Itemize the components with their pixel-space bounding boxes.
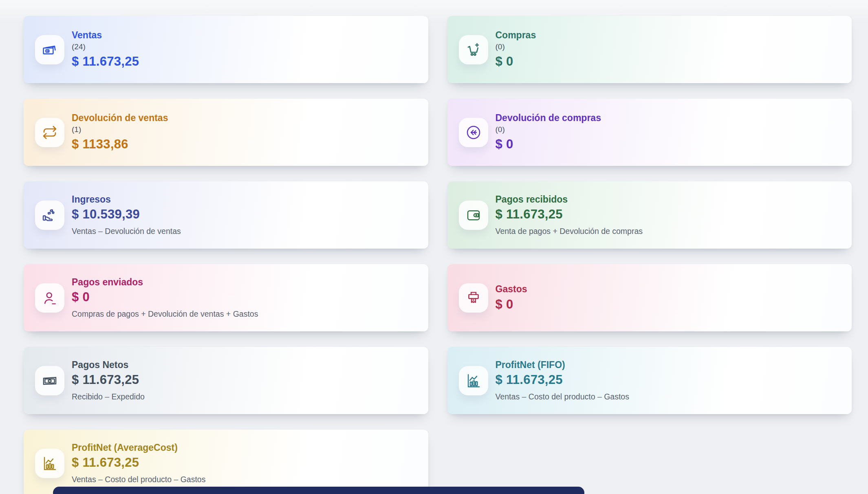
card-title: Ventas bbox=[72, 29, 139, 41]
card-value: $ 0 bbox=[496, 137, 601, 152]
card-content: Compras (0) $ 0 bbox=[496, 29, 536, 70]
card-value: $ 11.673,25 bbox=[496, 372, 629, 388]
card-subtitle: Compras de pagos + Devolución de ventas … bbox=[72, 309, 258, 319]
repeat-arrows-icon bbox=[35, 118, 64, 147]
card-title: Ingresos bbox=[72, 194, 181, 205]
card-title: ProfitNet (AverageCost) bbox=[72, 442, 205, 454]
card-value: $ 11.673,25 bbox=[72, 372, 145, 388]
card-subtitle: Recibido – Expedido bbox=[72, 391, 145, 402]
card-value: $ 10.539,39 bbox=[72, 207, 181, 223]
card-pagos-netos: Pagos Netos $ 11.673,25 Recibido – Exped… bbox=[24, 347, 428, 414]
return-circle-icon bbox=[459, 118, 488, 147]
card-content: Pagos Netos $ 11.673,25 Recibido – Exped… bbox=[72, 359, 145, 402]
hand-coins-icon bbox=[35, 201, 64, 230]
card-value: $ 0 bbox=[72, 289, 258, 305]
card-value: $ 0 bbox=[496, 297, 527, 313]
card-devolucion-compras: Devolución de compras (0) $ 0 bbox=[447, 99, 852, 166]
card-content: Devolución de ventas (1) $ 1133,86 bbox=[72, 112, 168, 152]
card-subtitle: Ventas – Devolución de ventas bbox=[72, 226, 181, 236]
card-count: (1) bbox=[72, 124, 168, 135]
card-profitnet-fifo: ProfitNet (FIFO) $ 11.673,25 Ventas – Co… bbox=[447, 347, 852, 414]
stats-card-grid: $ Ventas (24) $ 11.673,25 Compras (0) $ … bbox=[0, 0, 868, 494]
card-content: Pagos enviados $ 0 Compras de pagos + De… bbox=[72, 276, 258, 320]
banknotes-icon: $ bbox=[35, 35, 64, 64]
card-value: $ 0 bbox=[496, 54, 536, 70]
card-content: Ventas (24) $ 11.673,25 bbox=[72, 29, 139, 70]
chart-bar-icon bbox=[35, 449, 64, 478]
card-ventas: $ Ventas (24) $ 11.673,25 bbox=[24, 16, 428, 83]
wallet-icon bbox=[459, 201, 488, 230]
card-title: Pagos recibidos bbox=[496, 194, 643, 205]
card-title: Devolución de ventas bbox=[72, 112, 168, 124]
card-title: Gastos bbox=[496, 283, 527, 295]
svg-text:$: $ bbox=[46, 49, 48, 53]
card-pagos-recibidos: Pagos recibidos $ 11.673,25 Venta de pag… bbox=[447, 181, 852, 249]
card-profitnet-averagecost: ProfitNet (AverageCost) $ 11.673,25 Vent… bbox=[24, 430, 428, 494]
user-minus-icon bbox=[35, 283, 64, 313]
card-value: $ 11.673,25 bbox=[72, 54, 139, 70]
card-ingresos: Ingresos $ 10.539,39 Ventas – Devolución… bbox=[24, 181, 428, 249]
svg-text:$: $ bbox=[472, 298, 474, 302]
card-value: $ 11.673,25 bbox=[72, 455, 205, 471]
card-content: Devolución de compras (0) $ 0 bbox=[496, 112, 601, 152]
chart-bar-icon bbox=[459, 366, 488, 395]
card-pagos-enviados: Pagos enviados $ 0 Compras de pagos + De… bbox=[24, 264, 428, 331]
banknote-icon bbox=[35, 366, 64, 395]
card-compras: Compras (0) $ 0 bbox=[447, 16, 852, 83]
card-title: Pagos enviados bbox=[72, 276, 258, 288]
card-content: ProfitNet (FIFO) $ 11.673,25 Ventas – Co… bbox=[496, 359, 629, 402]
card-title: Pagos Netos bbox=[72, 359, 145, 371]
cart-plus-icon bbox=[459, 35, 488, 64]
card-content: Gastos $ 0 bbox=[496, 283, 527, 313]
card-content: Ingresos $ 10.539,39 Ventas – Devolución… bbox=[72, 194, 181, 237]
card-title: ProfitNet (FIFO) bbox=[496, 359, 629, 371]
card-subtitle: Ventas – Costo del producto – Gastos bbox=[496, 391, 629, 402]
card-title: Compras bbox=[496, 29, 536, 41]
expense-receipt-icon: $ bbox=[459, 283, 488, 313]
card-subtitle: Venta de pagos + Devolución de compras bbox=[496, 226, 643, 236]
card-count: (0) bbox=[496, 42, 536, 53]
card-content: ProfitNet (AverageCost) $ 11.673,25 Vent… bbox=[72, 442, 205, 485]
card-value: $ 11.673,25 bbox=[496, 207, 643, 223]
card-content: Pagos recibidos $ 11.673,25 Venta de pag… bbox=[496, 194, 643, 237]
dark-panel-top-edge bbox=[53, 487, 584, 494]
card-gastos: $ Gastos $ 0 bbox=[447, 264, 852, 331]
card-count: (24) bbox=[72, 42, 139, 53]
card-value: $ 1133,86 bbox=[72, 137, 168, 152]
card-devolucion-ventas: Devolución de ventas (1) $ 1133,86 bbox=[24, 99, 428, 166]
card-title: Devolución de compras bbox=[496, 112, 601, 124]
card-count: (0) bbox=[496, 124, 601, 135]
card-subtitle: Ventas – Costo del producto – Gastos bbox=[72, 474, 205, 485]
